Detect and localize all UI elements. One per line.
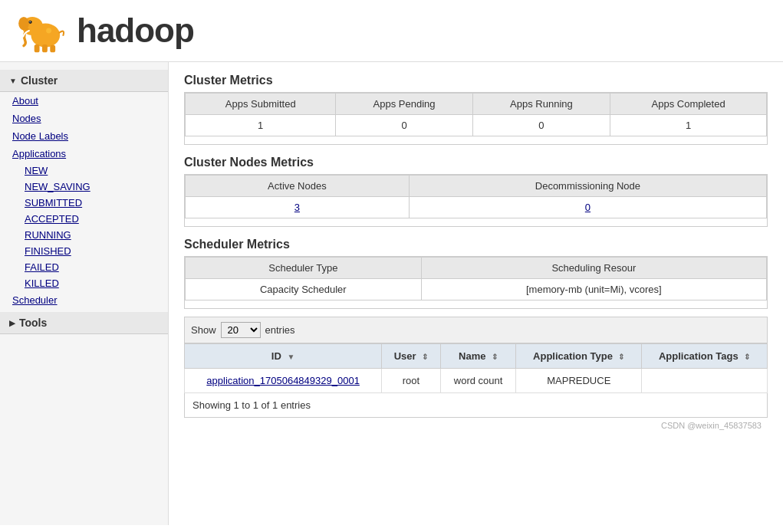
logo: hadoop [15,8,768,54]
decommissioning-nodes-link[interactable]: 0 [585,202,591,213]
entries-select[interactable]: 10 20 50 100 [221,322,261,338]
svg-point-4 [29,21,30,22]
table-row: application_1705064849329_0001 root word… [185,369,768,393]
applications-table: ID ▼ User ⇕ Name ⇕ Application Type ⇕ [184,343,768,393]
val-active-nodes: 3 [186,197,410,218]
cluster-section-header[interactable]: ▼ Cluster [0,70,168,92]
col-app-tags-sort-icon: ⇕ [744,353,750,361]
logo-text: hadoop [77,11,194,50]
sidebar-item-applications[interactable]: Applications [0,145,168,163]
col-header-name[interactable]: Name ⇕ [440,344,516,369]
sidebar-item-running[interactable]: RUNNING [0,227,168,243]
entries-label: entries [265,324,295,336]
sidebar-item-scheduler[interactable]: Scheduler [0,291,168,309]
app-id-link[interactable]: application_1705064849329_0001 [206,375,360,386]
cell-app-type: MAPREDUCE [516,369,642,393]
col-id-sort-icon: ▼ [287,353,294,361]
col-app-tags-label: Application Tags [659,350,739,362]
tools-section: ▶ Tools [0,312,168,334]
col-apps-pending: Apps Pending [336,94,472,115]
col-header-user[interactable]: User ⇕ [382,344,440,369]
cluster-nodes-metrics-table-wrapper: Active Nodes Decommissioning Node 3 0 [184,174,768,227]
val-apps-running: 0 [472,115,610,136]
col-scheduler-type: Scheduler Type [186,258,422,279]
layout: ▼ Cluster About Nodes Node Labels Applic… [0,62,783,525]
sidebar-item-failed[interactable]: FAILED [0,259,168,275]
show-entries-bar: Show 10 20 50 100 entries [184,317,768,343]
col-apps-completed: Apps Completed [610,94,767,115]
cell-name: word count [440,369,516,393]
col-scheduling-resources: Scheduling Resour [421,258,766,279]
col-id-label: ID [271,350,281,362]
sidebar-item-new[interactable]: NEW [0,163,168,179]
svg-rect-7 [50,45,55,52]
cluster-metrics-table: Apps Submitted Apps Pending Apps Running… [185,93,767,136]
sidebar-item-new-saving[interactable]: NEW_SAVING [0,179,168,195]
val-apps-pending: 0 [336,115,472,136]
main-content: Cluster Metrics Apps Submitted Apps Pend… [169,62,783,525]
tools-section-label: Tools [19,317,47,329]
sidebar-item-submitted[interactable]: SUBMITTED [0,195,168,211]
col-header-app-tags[interactable]: Application Tags ⇕ [642,344,768,369]
tools-arrow-icon: ▶ [9,319,15,327]
val-apps-completed: 1 [610,115,767,136]
sidebar-item-about[interactable]: About [0,92,168,110]
svg-rect-6 [42,44,48,52]
sidebar-item-finished[interactable]: FINISHED [0,243,168,259]
header: hadoop [0,0,783,62]
cell-app-tags [642,369,768,393]
showing-entries-footer: Showing 1 to 1 of 1 entries [184,393,768,418]
svg-rect-5 [35,44,40,52]
val-scheduler-type: Capacity Scheduler [186,279,422,300]
sidebar-item-nodes[interactable]: Nodes [0,110,168,127]
tools-section-header[interactable]: ▶ Tools [0,312,168,334]
watermark: CSDN @weixin_45837583 [184,418,768,433]
sidebar-item-node-labels[interactable]: Node Labels [0,127,168,145]
cluster-metrics-title: Cluster Metrics [184,74,768,87]
scheduler-metrics-title: Scheduler Metrics [184,238,768,251]
col-user-sort-icon: ⇕ [422,353,428,361]
col-name-label: Name [459,350,485,362]
cluster-nodes-metrics-table: Active Nodes Decommissioning Node 3 0 [185,175,767,218]
svg-point-2 [18,17,29,30]
cluster-arrow-icon: ▼ [9,77,17,85]
scheduler-metrics-table: Scheduler Type Scheduling Resour Capacit… [185,257,767,300]
sidebar: ▼ Cluster About Nodes Node Labels Applic… [0,62,169,525]
val-decommissioning-nodes: 0 [409,197,766,218]
col-header-id[interactable]: ID ▼ [185,344,382,369]
show-label: Show [191,324,216,336]
col-header-app-type[interactable]: Application Type ⇕ [516,344,642,369]
sidebar-item-killed[interactable]: KILLED [0,275,168,291]
cluster-metrics-table-wrapper: Apps Submitted Apps Pending Apps Running… [184,92,768,145]
cell-user: root [382,369,440,393]
col-app-type-sort-icon: ⇕ [618,353,624,361]
app-table-body: application_1705064849329_0001 root word… [185,369,768,393]
cell-id: application_1705064849329_0001 [185,369,382,393]
sidebar-item-accepted[interactable]: ACCEPTED [0,211,168,227]
col-user-label: User [394,350,416,362]
hadoop-logo-icon [15,8,69,54]
val-apps-submitted: 1 [186,115,336,136]
col-active-nodes: Active Nodes [186,176,410,197]
col-decommissioning-nodes: Decommissioning Node [409,176,766,197]
svg-point-8 [46,28,51,34]
active-nodes-link[interactable]: 3 [294,202,300,213]
col-name-sort-icon: ⇕ [492,353,498,361]
scheduler-metrics-table-wrapper: Scheduler Type Scheduling Resour Capacit… [184,256,768,309]
val-scheduling-resources: [memory-mb (unit=Mi), vcores] [421,279,766,300]
col-apps-submitted: Apps Submitted [186,94,336,115]
cluster-section-label: Cluster [21,74,58,87]
col-app-type-label: Application Type [533,350,613,362]
col-apps-running: Apps Running [472,94,610,115]
cluster-nodes-metrics-title: Cluster Nodes Metrics [184,156,768,169]
